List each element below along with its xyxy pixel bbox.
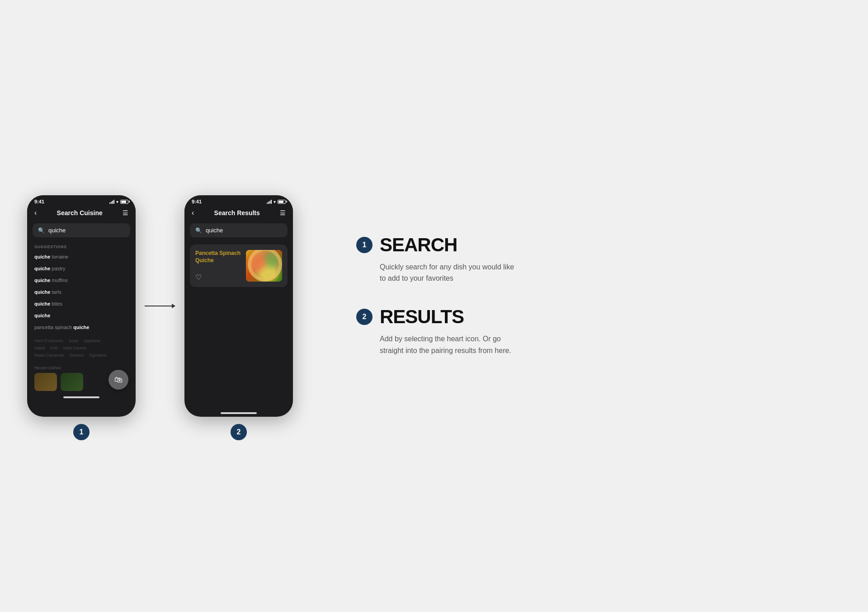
phone-2: 9:41 ▾ bbox=[184, 195, 293, 417]
category-salad[interactable]: Salad bbox=[34, 346, 45, 350]
nav-title-1: Search Cuisine bbox=[57, 209, 103, 217]
nav-title-2: Search Results bbox=[214, 209, 260, 217]
category-pasta[interactable]: Pasta Casserole bbox=[34, 353, 64, 358]
feature-number-1: 1 bbox=[356, 237, 373, 253]
category-appetizer[interactable]: Appetizer bbox=[84, 339, 101, 343]
search-query-2[interactable]: quiche bbox=[206, 227, 223, 234]
search-bar-1[interactable]: 🔍 quiche bbox=[33, 223, 130, 237]
search-icon-2: 🔍 bbox=[195, 227, 202, 234]
battery-icon-2 bbox=[278, 200, 286, 204]
signal-icon-1 bbox=[109, 199, 114, 204]
menu-icon-1[interactable]: ☰ bbox=[123, 209, 128, 217]
phone-badge-1: 1 bbox=[73, 424, 90, 440]
feature-desc-results: Add by selecting the heart icon. Or go s… bbox=[356, 333, 519, 356]
description-section: 1 SEARCH Quickly search for any dish you… bbox=[329, 234, 600, 378]
recent-dish-1[interactable] bbox=[34, 373, 57, 391]
category-soup[interactable]: Soup bbox=[69, 339, 78, 343]
arrow-shaft bbox=[145, 306, 172, 306]
menu-icon-2[interactable]: ☰ bbox=[280, 209, 286, 217]
recent-label: Recent Dishes bbox=[34, 366, 128, 370]
suggestion-7[interactable]: pancetta spinach quiche bbox=[27, 321, 136, 333]
status-time-1: 9:41 bbox=[34, 199, 44, 204]
status-time-2: 9:41 bbox=[192, 199, 202, 204]
arrow-connector bbox=[145, 304, 175, 308]
signal-icon-2 bbox=[267, 199, 272, 204]
arrow-line bbox=[145, 304, 175, 308]
recent-dish-2[interactable] bbox=[61, 373, 83, 391]
heart-icon[interactable]: ♡ bbox=[195, 273, 202, 281]
bag-button[interactable]: 🛍 bbox=[108, 370, 128, 390]
feature-results: 2 RESULTS Add by selecting the heart ico… bbox=[356, 306, 600, 356]
category-dessert[interactable]: Dessert bbox=[70, 353, 84, 358]
nav-bar-2: ‹ Search Results ☰ bbox=[184, 206, 293, 220]
battery-icon-1 bbox=[120, 200, 128, 204]
search-query-1[interactable]: quiche bbox=[48, 227, 66, 234]
phones-section: 9:41 ▾ bbox=[27, 195, 293, 417]
feature-search: 1 SEARCH Quickly search for any dish you… bbox=[356, 234, 600, 284]
suggestions-section: SUGGESTIONS quiche lorraine quiche pastr… bbox=[27, 241, 136, 335]
suggestion-5[interactable]: quiche bites bbox=[27, 298, 136, 310]
wifi-icon-2: ▾ bbox=[274, 199, 276, 204]
feature-search-header: 1 SEARCH bbox=[356, 234, 600, 256]
phone-1: 9:41 ▾ bbox=[27, 195, 136, 417]
suggestion-6[interactable]: quiche bbox=[27, 310, 136, 321]
main-container: 9:41 ▾ bbox=[27, 195, 841, 417]
feature-title-search: SEARCH bbox=[380, 234, 457, 256]
home-indicator-1 bbox=[63, 396, 99, 398]
feature-number-2: 2 bbox=[356, 309, 373, 325]
category-signature[interactable]: Signature bbox=[89, 353, 107, 358]
nav-bar-1: ‹ Search Cuisine ☰ bbox=[27, 206, 136, 220]
result-card[interactable]: Pancetta Spinach Quiche ♡ bbox=[190, 245, 288, 287]
category-hors[interactable]: Hors D'Oeuvres bbox=[34, 339, 63, 343]
feature-results-header: 2 RESULTS bbox=[356, 306, 600, 328]
arrow-head bbox=[172, 304, 175, 308]
result-card-info: Pancetta Spinach Quiche ♡ bbox=[195, 250, 241, 282]
result-title: Pancetta Spinach Quiche bbox=[195, 250, 241, 264]
phone-badge-2: 2 bbox=[231, 424, 247, 440]
feature-title-results: RESULTS bbox=[380, 306, 464, 328]
suggestion-4[interactable]: quiche tarts bbox=[27, 286, 136, 298]
search-bar-2[interactable]: 🔍 quiche bbox=[190, 223, 288, 237]
suggestion-1[interactable]: quiche lorraine bbox=[27, 251, 136, 263]
back-button-1[interactable]: ‹ bbox=[34, 209, 37, 217]
status-icons-1: ▾ bbox=[109, 199, 128, 204]
back-button-2[interactable]: ‹ bbox=[192, 209, 194, 217]
suggestion-2[interactable]: quiche pastry bbox=[27, 263, 136, 274]
category-main[interactable]: Main Course bbox=[63, 346, 86, 350]
suggestions-label: SUGGESTIONS bbox=[27, 243, 136, 251]
category-grid: Hors D'Oeuvres Soup Appetizer Salad Fish… bbox=[27, 335, 136, 364]
status-icons-2: ▾ bbox=[267, 199, 286, 204]
food-image bbox=[246, 250, 282, 282]
home-indicator-2 bbox=[221, 412, 257, 414]
category-fish[interactable]: Fish bbox=[50, 346, 58, 350]
status-bar-1: 9:41 ▾ bbox=[27, 195, 136, 206]
wifi-icon-1: ▾ bbox=[116, 199, 118, 204]
feature-desc-search: Quickly search for any dish you would li… bbox=[356, 261, 519, 284]
suggestion-3[interactable]: quiche muffins bbox=[27, 274, 136, 286]
search-icon-1: 🔍 bbox=[38, 227, 45, 234]
status-bar-2: 9:41 ▾ bbox=[184, 195, 293, 206]
